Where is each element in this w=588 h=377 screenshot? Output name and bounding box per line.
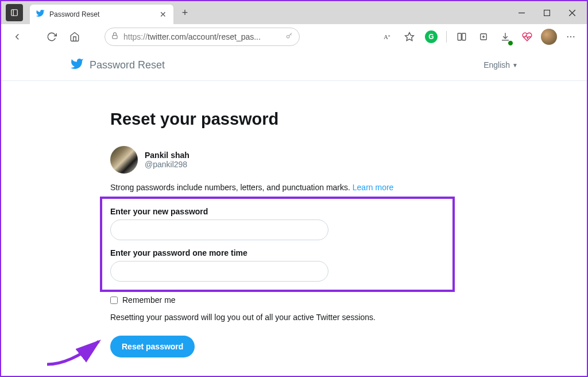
tab-actions-button[interactable] [6, 4, 23, 21]
collections-button[interactable] [473, 26, 494, 47]
learn-more-link[interactable]: Learn more [353, 183, 394, 192]
user-display-name: Pankil shah [145, 151, 189, 160]
svg-rect-11 [458, 33, 461, 40]
window-titlebar: Password Reset ✕ + [1, 1, 587, 24]
new-tab-button[interactable]: + [176, 3, 194, 22]
key-icon[interactable] [285, 32, 293, 42]
session-note: Resetting your password will log you out… [110, 313, 478, 322]
annotation-arrow [41, 330, 105, 370]
user-handle: @pankil298 [145, 160, 189, 169]
more-menu-button[interactable] [560, 26, 581, 47]
read-aloud-button[interactable]: A» [377, 26, 398, 47]
svg-point-18 [567, 36, 568, 37]
annotation-highlight: Enter your new password Enter your passw… [100, 197, 455, 292]
new-password-label: Enter your new password [110, 207, 444, 216]
language-selector[interactable]: English ▼ [483, 60, 518, 70]
svg-point-20 [573, 36, 574, 37]
confirm-password-label: Enter your password one more time [110, 248, 444, 257]
svg-point-19 [570, 36, 571, 37]
reset-password-button[interactable]: Reset password [110, 336, 195, 357]
remember-me-checkbox[interactable] [110, 297, 118, 304]
twitter-icon [36, 9, 45, 20]
svg-rect-12 [462, 33, 466, 40]
favorites-button[interactable] [399, 26, 420, 47]
svg-text:»: » [388, 33, 390, 37]
page-heading: Reset your password [110, 110, 478, 129]
confirm-password-input[interactable] [110, 261, 328, 282]
user-info: Pankil shah @pankil298 [110, 146, 478, 174]
profile-avatar[interactable] [539, 26, 559, 47]
health-icon[interactable] [517, 26, 537, 47]
tab-title: Password Reset [49, 10, 154, 18]
tab-close-button[interactable]: ✕ [158, 10, 168, 19]
svg-rect-0 [11, 10, 18, 16]
header-title: Password Reset [90, 59, 165, 71]
window-minimize-button[interactable] [509, 3, 534, 22]
url-text: https://twitter.com/account/reset_pas... [123, 32, 281, 41]
svg-rect-3 [544, 10, 550, 16]
password-hint: Strong passwords include numbers, letter… [110, 183, 478, 192]
home-button[interactable] [64, 26, 85, 47]
main-content: Reset your password Pankil shah @pankil2… [110, 81, 478, 357]
download-complete-badge [508, 40, 513, 46]
split-screen-button[interactable] [451, 26, 472, 47]
browser-toolbar: https://twitter.com/account/reset_pas...… [1, 24, 587, 49]
new-password-input[interactable] [110, 220, 328, 240]
back-button[interactable] [7, 26, 28, 47]
site-header: Password Reset English ▼ [1, 49, 587, 81]
svg-marker-10 [405, 32, 414, 40]
browser-tab-active[interactable]: Password Reset ✕ [30, 5, 173, 24]
chevron-down-icon: ▼ [512, 62, 518, 68]
downloads-button[interactable] [495, 26, 516, 47]
lock-icon [111, 32, 119, 42]
language-label: English [483, 60, 510, 70]
svg-rect-6 [113, 35, 117, 39]
window-maximize-button[interactable] [534, 3, 559, 22]
address-bar[interactable]: https://twitter.com/account/reset_pas... [105, 28, 300, 46]
refresh-button[interactable] [41, 26, 62, 47]
twitter-logo-icon[interactable] [70, 57, 84, 73]
user-avatar [110, 146, 138, 174]
window-close-button[interactable] [559, 3, 585, 22]
separator [446, 31, 447, 43]
grammarly-icon[interactable]: G [421, 26, 442, 47]
remember-me-label[interactable]: Remember me [122, 295, 176, 305]
